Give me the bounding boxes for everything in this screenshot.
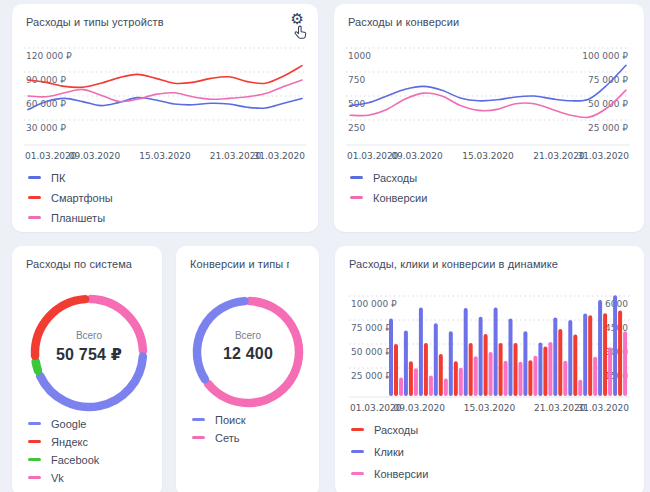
placements-donut-chart bbox=[190, 294, 306, 410]
svg-text:09.03.2020: 09.03.2020 bbox=[393, 403, 445, 413]
legend-label: Facebook bbox=[51, 454, 99, 466]
donut-segment-Vk[interactable] bbox=[91, 299, 143, 351]
donut-segment-Яндекс[interactable] bbox=[35, 299, 85, 356]
legend-item-spend-conv-0[interactable]: Расходы bbox=[350, 172, 427, 183]
legend-marker bbox=[192, 436, 205, 439]
svg-text:31.03.2020: 31.03.2020 bbox=[577, 403, 629, 413]
legend-marker bbox=[28, 176, 41, 179]
systems-donut-chart bbox=[28, 292, 150, 414]
donut-segment-Поиск[interactable] bbox=[197, 301, 244, 379]
legend-item-systems-3[interactable]: Vk bbox=[28, 472, 99, 483]
donut-segment-Google[interactable] bbox=[40, 356, 143, 407]
svg-text:50 000 ₽: 50 000 ₽ bbox=[351, 347, 391, 357]
legend-item-systems-0[interactable]: Google bbox=[28, 418, 99, 429]
legend-item-devices-2[interactable]: Планшеты bbox=[28, 212, 113, 223]
legend-marker bbox=[28, 476, 41, 479]
card-title-systems: Расходы по системам bbox=[26, 258, 132, 270]
card-title-dynamics: Расходы, клики и конверсии в динамике bbox=[349, 258, 614, 270]
svg-text:09.03.2020: 09.03.2020 bbox=[391, 151, 443, 161]
legend-label: Поиск bbox=[215, 414, 245, 426]
legend-systems: GoogleЯндексFacebookVk bbox=[28, 418, 99, 490]
card-conversions-by-placement: Конверсии и типы площ... Всего 12 400 По… bbox=[176, 246, 319, 492]
svg-text:09.03.2020: 09.03.2020 bbox=[69, 151, 121, 161]
legend-item-placements-1[interactable]: Сеть bbox=[192, 432, 245, 443]
legend-item-systems-2[interactable]: Facebook bbox=[28, 454, 99, 465]
legend-marker bbox=[351, 472, 364, 475]
svg-text:31.03.2020: 31.03.2020 bbox=[577, 151, 629, 161]
legend-label: Конверсии bbox=[373, 192, 427, 204]
legend-marker bbox=[28, 216, 41, 219]
legend-label: Клики bbox=[374, 446, 404, 458]
dynamics-bar-chart: 100 000 ₽75 000 ₽50 000 ₽25 000 ₽6000450… bbox=[349, 282, 630, 418]
svg-text:1000: 1000 bbox=[348, 51, 371, 61]
legend-label: Расходы bbox=[374, 424, 418, 436]
svg-text:250: 250 bbox=[348, 123, 365, 133]
svg-text:100 000 ₽: 100 000 ₽ bbox=[582, 51, 628, 61]
card-spend-by-systems: Расходы по системам Всего 50 754 ₽ Googl… bbox=[12, 246, 162, 492]
legend-label: Планшеты bbox=[51, 212, 105, 224]
legend-label: Смартфоны bbox=[51, 192, 113, 204]
donut-segment-Сеть[interactable] bbox=[208, 301, 299, 403]
svg-text:31.03.2020: 31.03.2020 bbox=[253, 151, 305, 161]
svg-text:25 000 ₽: 25 000 ₽ bbox=[588, 123, 628, 133]
legend-placements: ПоискСеть bbox=[192, 414, 245, 450]
legend-label: Яндекс bbox=[51, 436, 88, 448]
svg-text:15.03.2020: 15.03.2020 bbox=[462, 151, 514, 161]
card-spend-conversions: Расходы и конверсии 1000750500250100 000… bbox=[334, 4, 644, 232]
legend-marker bbox=[192, 418, 205, 421]
card-title-spend-conversions: Расходы и конверсии bbox=[348, 16, 614, 28]
legend-item-spend-conv-1[interactable]: Конверсии bbox=[350, 192, 427, 203]
legend-marker bbox=[350, 176, 363, 179]
legend-devices: ПКСмартфоныПланшеты bbox=[28, 172, 113, 232]
devices-line-chart: 120 000 ₽90 000 ₽60 000 ₽30 000 ₽01.03.2… bbox=[24, 34, 306, 166]
legend-marker bbox=[351, 428, 364, 431]
legend-marker bbox=[351, 450, 364, 453]
legend-label: Конверсии bbox=[374, 468, 428, 480]
legend-spend-conversions: РасходыКонверсии bbox=[350, 172, 427, 212]
svg-text:15.03.2020: 15.03.2020 bbox=[464, 403, 516, 413]
legend-item-dynamics-2[interactable]: Конверсии bbox=[351, 468, 428, 479]
legend-label: Google bbox=[51, 418, 86, 430]
legend-item-systems-1[interactable]: Яндекс bbox=[28, 436, 99, 447]
svg-text:30 000 ₽: 30 000 ₽ bbox=[26, 123, 66, 133]
card-title-devices: Расходы и типы устройств bbox=[26, 16, 288, 28]
legend-marker bbox=[28, 458, 41, 461]
svg-text:100 000 ₽: 100 000 ₽ bbox=[351, 299, 397, 309]
legend-marker bbox=[28, 440, 41, 443]
legend-item-placements-0[interactable]: Поиск bbox=[192, 414, 245, 425]
svg-text:750: 750 bbox=[348, 75, 365, 85]
legend-dynamics: РасходыКликиКонверсии bbox=[351, 424, 428, 490]
legend-item-dynamics-0[interactable]: Расходы bbox=[351, 424, 428, 435]
legend-label: Расходы bbox=[373, 172, 417, 184]
svg-text:120 000 ₽: 120 000 ₽ bbox=[26, 51, 72, 61]
legend-label: ПК bbox=[51, 172, 65, 184]
svg-text:25 000 ₽: 25 000 ₽ bbox=[351, 371, 391, 381]
legend-item-devices-1[interactable]: Смартфоны bbox=[28, 192, 113, 203]
card-dynamics: Расходы, клики и конверсии в динамике 10… bbox=[335, 246, 644, 492]
legend-marker bbox=[350, 196, 363, 199]
svg-text:15.03.2020: 15.03.2020 bbox=[139, 151, 191, 161]
legend-marker bbox=[28, 196, 41, 199]
legend-label: Vk bbox=[51, 472, 64, 484]
legend-marker bbox=[28, 422, 41, 425]
legend-label: Сеть bbox=[215, 432, 239, 444]
dashboard: Расходы и типы устройств ⚙ 120 000 ₽90 0… bbox=[0, 0, 650, 492]
spend-conversions-line-chart: 1000750500250100 000 ₽75 000 ₽50 000 ₽25… bbox=[346, 34, 630, 166]
legend-item-dynamics-1[interactable]: Клики bbox=[351, 446, 428, 457]
legend-item-devices-0[interactable]: ПК bbox=[28, 172, 113, 183]
svg-text:75 000 ₽: 75 000 ₽ bbox=[351, 323, 391, 333]
card-devices: Расходы и типы устройств ⚙ 120 000 ₽90 0… bbox=[12, 4, 318, 232]
card-title-placements: Конверсии и типы площ... bbox=[190, 258, 289, 270]
donut-segment-Facebook[interactable] bbox=[36, 361, 38, 370]
